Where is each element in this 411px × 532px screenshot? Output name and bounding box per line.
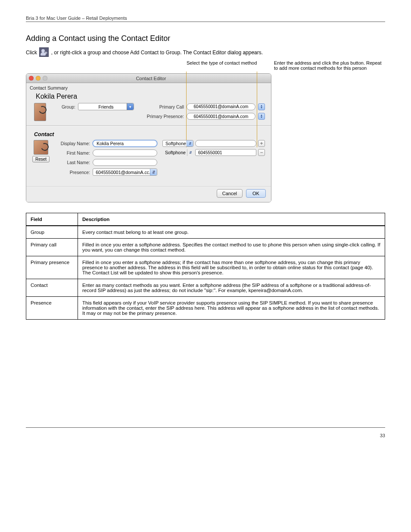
last-name-input[interactable] [93,159,157,166]
contact-method-value-1[interactable] [195,140,256,147]
table-cell-field: Primary presence [26,256,78,279]
page-number: 33 [380,433,385,438]
remove-method-button[interactable]: − [258,149,265,156]
cancel-button[interactable]: Cancel [217,189,243,198]
table-row: Presence This field appears only if your… [26,297,385,320]
presence-combo[interactable]: 6045550001@domainA.cc... ⇵ [93,168,157,176]
table-row: Group Every contact must belong to at le… [26,226,385,239]
fields-table: Field Description Group Every contact mu… [26,213,385,320]
annotation-add-address: Enter the address and click the plus but… [274,60,385,71]
display-name-label: Display Name: [53,141,90,146]
window-close-icon[interactable] [29,76,34,81]
chevron-updown-icon: ⇵ [187,149,193,156]
first-name-input[interactable] [93,149,157,156]
contact-method-type-2[interactable]: Softphone ⇵ [162,149,193,156]
table-cell-desc: Enter as many contact methods as you wan… [78,279,385,297]
ok-button[interactable]: OK [246,189,266,198]
table-head-field: Field [26,213,78,226]
group-label: Group: [50,104,75,109]
tab-contact-summary[interactable]: Contact Summary [26,83,271,92]
section-title: Adding a Contact using the Contact Edito… [26,34,385,43]
contact-section-header: Contact [34,131,265,137]
contact-method-type-1[interactable]: Softphone ⇵ [162,140,193,147]
primary-presence-label: Primary Presence: [137,114,184,119]
first-name-label: First Name: [53,150,90,156]
table-cell-field: Group [26,226,78,239]
contact-avatar-small [34,140,48,155]
window-titlebar: Contact Editor [26,74,271,83]
table-row: Contact Enter as many contact methods as… [26,279,385,297]
add-contact-icon [39,47,49,57]
primary-call-value[interactable]: 6045550001@domainA.com [187,103,255,110]
intro-paragraph: Click , or right-click a group and choos… [26,47,385,57]
annotation-leader-1 [186,72,187,147]
contact-name: Kokila Perera [34,92,266,103]
table-cell-field: Presence [26,297,78,320]
table-cell-desc: This field appears only if your VoIP ser… [78,297,385,320]
table-head-description: Description [78,213,385,226]
last-name-label: Last Name: [53,160,90,165]
header-rule [26,22,385,22]
table-row: Primary call Filled in once you enter a … [26,239,385,256]
table-cell-field: Primary call [26,239,78,256]
contact-avatar [34,103,46,121]
group-combo[interactable]: Friends ▾ [78,103,134,110]
primary-call-stepper[interactable]: ▲▼ [258,103,265,110]
contact-editor-window: Contact Editor Contact Summary Kokila Pe… [26,73,271,202]
chevron-updown-icon: ⇵ [150,169,157,175]
window-title: Contact Editor [34,76,268,81]
reset-button[interactable]: Reset [32,156,50,162]
display-name-input[interactable]: Kokila Perera [93,140,157,147]
chevron-updown-icon: ⇵ [187,140,193,146]
table-cell-desc: Filled in once you enter a softphone add… [78,239,385,256]
table-cell-desc: Filled in once you enter a softphone add… [78,256,385,279]
primary-presence-stepper[interactable]: ▲▼ [258,113,265,120]
page-header-left: Bria 3 for Mac User Guide – Retail Deplo… [26,16,127,21]
contact-method-value-2[interactable]: 6045550001 [195,149,256,156]
table-cell-desc: Every contact must belong to at least on… [78,226,385,239]
annotation-method-type: Select the type of contact method [187,60,266,71]
annotation-leader-2 [257,72,257,147]
footer-rule [26,427,385,428]
add-method-button[interactable]: + [258,140,265,147]
presence-label: Presence: [53,170,90,175]
chevron-down-icon: ▾ [127,103,134,110]
primary-call-label: Primary Call [137,104,184,109]
table-row: Primary presence Filled in once you ente… [26,256,385,279]
table-cell-field: Contact [26,279,78,297]
primary-presence-value[interactable]: 6045550001@domainA.com [187,113,255,120]
